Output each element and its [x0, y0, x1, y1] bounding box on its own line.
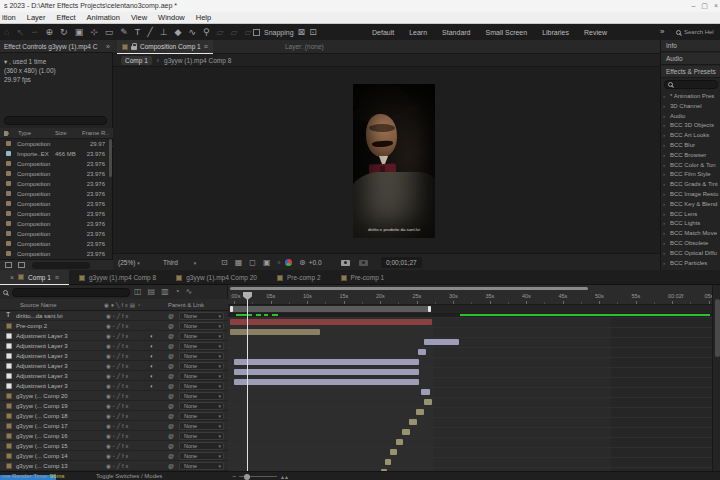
timeline-tab-pre-comp-2[interactable]: Pre-comp 2 — [267, 270, 331, 285]
snapping-checkbox[interactable] — [253, 29, 260, 36]
adjustment-layer-switch-icon[interactable]: ◐ — [150, 351, 154, 361]
layer-name[interactable]: Adjustment Layer 3 — [16, 341, 102, 351]
layer-duration-bar[interactable] — [234, 359, 419, 365]
layer-switches[interactable]: ◉◦╱fx — [106, 421, 130, 431]
workspace-standard[interactable]: Standard — [442, 29, 470, 36]
exposure-reset-icon[interactable]: ⊛ — [299, 258, 306, 267]
project-table-header[interactable]: Type Size Frame R.. — [0, 128, 113, 139]
time-navigator[interactable] — [228, 285, 712, 292]
tab-layer-panel[interactable]: Layer: (none) — [285, 40, 324, 54]
layer-switches[interactable]: ◉◦╱fx — [106, 331, 130, 341]
zoom-out-icon[interactable]: − — [232, 472, 236, 480]
timeline-search-icon[interactable] — [3, 290, 8, 295]
parent-dropdown[interactable]: None▾ — [179, 352, 224, 360]
breadcrumb-parent-comp[interactable]: g3yyw (1).mp4 Comp 8 — [164, 57, 231, 64]
column-frame-rate[interactable]: Frame R.. — [82, 128, 109, 139]
project-item-row[interactable]: Composition23.976 — [0, 189, 109, 199]
tab-composition-comp1[interactable]: Composition Comp 1 ≡ — [117, 40, 213, 54]
tab-audio-panel[interactable]: Audio — [661, 53, 720, 65]
selection-tool-icon[interactable]: ↖ — [16, 24, 24, 40]
chevron-right-icon[interactable]: › — [663, 229, 665, 239]
layer-name[interactable]: diritto...da sant.lvi — [16, 311, 102, 321]
parent-dropdown[interactable]: None▾ — [179, 342, 224, 350]
parent-dropdown[interactable]: None▾ — [179, 442, 224, 450]
brush-tool-icon[interactable]: ╱ — [147, 24, 152, 40]
chevron-right-icon[interactable]: › — [663, 121, 665, 131]
parent-dropdown[interactable]: None▾ — [179, 372, 224, 380]
chevron-right-icon[interactable]: › — [663, 151, 665, 161]
zoom-tool-icon[interactable]: ⊕ — [46, 24, 54, 40]
project-item-row[interactable]: Composition23.976 — [0, 249, 109, 259]
project-item-row[interactable]: Composition23.976 — [0, 169, 109, 179]
effects-category-bcc-browser[interactable]: ›BCC Browser — [661, 151, 720, 161]
layer-row-g3yyw-comp-15[interactable]: g3yyw (... Comp 15◉◦╱fx@None▾ — [0, 441, 228, 451]
chevron-right-icon[interactable]: › — [663, 131, 665, 141]
layer-duration-bar[interactable] — [230, 319, 432, 325]
project-scrollbar[interactable] — [109, 139, 112, 177]
parent-pick-whip-icon[interactable]: @ — [168, 311, 174, 321]
effects-category-bcc-particles[interactable]: ›BCC Particles — [661, 259, 720, 269]
column-size[interactable]: Size — [55, 128, 67, 139]
work-area-bar[interactable] — [230, 306, 431, 312]
layer-duration-bar[interactable] — [416, 409, 424, 415]
home-tool-icon[interactable]: ⌂ — [4, 24, 9, 40]
workspace-review[interactable]: Review — [584, 29, 607, 36]
guides-icon[interactable]: ▣ — [263, 258, 271, 267]
project-item-row[interactable]: Composition23.976 — [0, 229, 109, 239]
workspace-small-screen[interactable]: Small Screen — [486, 29, 528, 36]
zoom-in-icon[interactable]: ▲▲ — [280, 474, 288, 480]
time-ruler[interactable]: :00s05s10s15s20s25s30s35s40s45s50s55s00:… — [228, 292, 712, 305]
help-search[interactable]: Search Hel — [676, 26, 718, 38]
layer-name[interactable]: g3yyw (... Comp 17 — [16, 421, 102, 431]
panel-menu-icon[interactable]: ≡ — [204, 43, 208, 50]
effects-category-bcc-grads-tint[interactable]: ›BCC Grads & Tint — [661, 180, 720, 190]
transparency-grid-icon[interactable]: ▦ — [235, 258, 243, 267]
timeline-tab-g3yyw-1-mp4-comp-8[interactable]: g3yyw (1).mp4 Comp 8 — [69, 270, 166, 285]
chevron-right-icon[interactable]: › — [663, 92, 665, 102]
project-item-row[interactable]: Composition23.976 — [0, 219, 109, 229]
layer-duration-bar[interactable] — [424, 399, 432, 405]
layer-switches[interactable]: ◉◦╱fx — [106, 401, 130, 411]
layer-switches[interactable]: ◉◦╱fx — [106, 341, 130, 351]
trash-icon[interactable] — [18, 262, 25, 268]
timeline-tab-pre-comp-1[interactable]: Pre-comp 1 — [331, 270, 395, 285]
parent-dropdown[interactable]: None▾ — [179, 452, 224, 460]
chevron-right-icon[interactable]: › — [663, 190, 665, 200]
timeline-search-input[interactable] — [12, 288, 130, 297]
snap-options-icon[interactable]: ⊠ — [298, 24, 306, 40]
chevron-right-icon[interactable]: › — [663, 200, 665, 210]
layer-row-adjustment-layer-3[interactable]: Adjustment Layer 3◉◦╱fx◐@None▾ — [0, 361, 228, 371]
project-item-row[interactable]: Composition23.976 — [0, 179, 109, 189]
layer-switches[interactable]: ◉◦╱fx — [106, 311, 130, 321]
chevron-right-icon[interactable]: › — [663, 102, 665, 112]
parent-pick-whip-icon[interactable]: @ — [168, 451, 174, 461]
chevron-right-icon[interactable]: › — [663, 259, 665, 269]
project-item-row[interactable]: Composition23.976 — [0, 239, 109, 249]
layer-duration-bar[interactable] — [385, 459, 391, 465]
layer-name[interactable]: g3yyw (... Comp 15 — [16, 441, 102, 451]
layer-switches[interactable]: ◉◦╱fx — [106, 321, 130, 331]
parent-dropdown[interactable]: None▾ — [179, 462, 224, 470]
menu-item-animation[interactable]: Animation — [87, 12, 120, 23]
menu-item-ition[interactable]: ition — [2, 12, 16, 23]
magnification-dropdown[interactable]: (25%)▾ — [118, 254, 140, 271]
project-footer-scrollbar[interactable] — [32, 262, 90, 269]
layer-row-diritto-da-sant-lvi[interactable]: Tdiritto...da sant.lvi◉◦╱fx@None▾ — [0, 311, 228, 321]
layer-name[interactable]: Adjustment Layer 3 — [16, 331, 102, 341]
parent-pick-whip-icon[interactable]: @ — [168, 381, 174, 391]
menu-item-view[interactable]: View — [131, 12, 147, 23]
project-item-row[interactable]: Composition23.976 — [0, 159, 109, 169]
maximize-icon[interactable]: ▢ — [701, 0, 708, 12]
chevron-right-icon[interactable]: › — [663, 219, 665, 229]
snapping-control[interactable]: Snapping ⊠⊡ — [253, 24, 317, 40]
layer-switches[interactable]: ◉◦╱fx — [106, 431, 130, 441]
parent-pick-whip-icon[interactable]: @ — [168, 321, 174, 331]
layer-row-adjustment-layer-3[interactable]: Adjustment Layer 3◉◦╱fx◐@None▾ — [0, 371, 228, 381]
parent-dropdown[interactable]: None▾ — [179, 322, 224, 330]
layer-row-adjustment-layer-3[interactable]: Adjustment Layer 3◉◦╱fx◐@None▾ — [0, 331, 228, 341]
graph-editor-icon[interactable]: ∿ — [186, 285, 193, 299]
chevron-right-icon[interactable]: › — [663, 161, 665, 171]
layer-duration-bar[interactable] — [418, 349, 426, 355]
parent-dropdown[interactable]: None▾ — [179, 392, 224, 400]
hand-tool-icon[interactable]: ∽ — [31, 24, 39, 40]
